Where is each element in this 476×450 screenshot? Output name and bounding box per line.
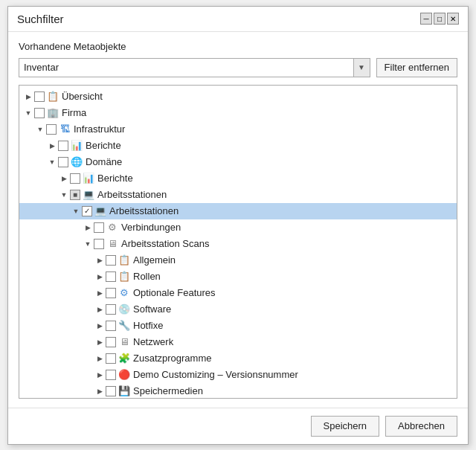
tree-row-hotfixe[interactable]: ▶ 🔧 Hotfixe bbox=[19, 318, 457, 334]
label-netzwerk: Netzwerk bbox=[133, 336, 173, 347]
checkbox-verbindungen[interactable] bbox=[94, 222, 104, 233]
label-speicher: Speichermedien bbox=[133, 385, 203, 396]
expander-icon[interactable]: ▶ bbox=[94, 338, 106, 346]
icon-zusatz: 🧩 bbox=[118, 352, 131, 365]
expander-icon[interactable]: ▼ bbox=[22, 109, 34, 117]
label-scans: Arbeitsstation Scans bbox=[121, 238, 210, 249]
label-uebersicht: Übersicht bbox=[62, 91, 103, 102]
expander-icon[interactable]: ▶ bbox=[58, 175, 70, 182]
maximize-button[interactable]: □ bbox=[434, 13, 446, 25]
tree-row-firma[interactable]: ▼ 🏢 Firma bbox=[19, 105, 457, 121]
icon-berichte-1: 📊 bbox=[70, 139, 83, 152]
tree-row-demo[interactable]: ▶ 🔴 Demo Customizing – Versionsnummer bbox=[19, 367, 457, 383]
icon-scans: 🖥 bbox=[106, 237, 119, 251]
tree-row-zusatz[interactable]: ▶ 🧩 Zusatzprogramme bbox=[19, 350, 457, 367]
label-allgemein: Allgemein bbox=[133, 254, 176, 266]
toolbar-row: Inventar ▼ Filter entfernen bbox=[19, 58, 457, 77]
label-arbeitsstationen-parent: Arbeitsstationen bbox=[97, 189, 167, 200]
filter-entfernen-button[interactable]: Filter entfernen bbox=[376, 58, 457, 77]
expander-icon[interactable]: ▼ bbox=[34, 126, 46, 133]
icon-allgemein: 📋 bbox=[118, 254, 131, 267]
tree-row-scans[interactable]: ▼ 🖥 Arbeitsstation Scans bbox=[19, 236, 457, 252]
expander-icon[interactable]: ▶ bbox=[94, 322, 106, 330]
label-verbindungen: Verbindungen bbox=[121, 222, 181, 233]
tree-row-arbeitsstationen-parent[interactable]: ▼ ■ 💻 Arbeitsstationen bbox=[19, 187, 457, 203]
icon-arbeitsstationen-parent: 💻 bbox=[82, 188, 95, 202]
checkbox-optionale[interactable] bbox=[106, 288, 116, 298]
icon-software: 💿 bbox=[118, 303, 131, 316]
icon-infrastruktur: 🏗 bbox=[58, 123, 71, 136]
icon-uebersicht: 📋 bbox=[46, 90, 60, 103]
checkbox-berichte-2[interactable] bbox=[70, 173, 80, 184]
close-button[interactable]: ✕ bbox=[447, 13, 459, 25]
tree-row-arbeitsstationen-child[interactable]: ▼ ✓ 💻 Arbeitsstationen bbox=[19, 203, 457, 219]
title-bar: Suchfilter ─ □ ✕ bbox=[8, 7, 468, 32]
tree-row-berichte-1[interactable]: ▶ 📊 Berichte bbox=[19, 138, 457, 154]
tree-row-software[interactable]: ▶ 💿 Software bbox=[19, 301, 457, 318]
checkbox-speicher[interactable] bbox=[106, 386, 116, 396]
checkbox-netzwerk[interactable] bbox=[106, 337, 116, 347]
label-arbeitsstationen-child: Arbeitsstationen bbox=[109, 205, 178, 216]
minimize-button[interactable]: ─ bbox=[420, 13, 432, 25]
dialog-title: Suchfilter bbox=[17, 13, 64, 25]
checkbox-firma[interactable] bbox=[34, 108, 45, 118]
expander-icon[interactable]: ▶ bbox=[94, 371, 106, 379]
expander-icon[interactable]: ▼ bbox=[82, 240, 94, 248]
suchfilter-dialog: Suchfilter ─ □ ✕ Vorhandene Metaobjekte … bbox=[7, 6, 469, 445]
checkbox-rollen[interactable] bbox=[106, 271, 116, 282]
tree-row-netzwerk[interactable]: ▶ 🖥 Netzwerk bbox=[19, 334, 457, 350]
checkbox-software[interactable] bbox=[106, 304, 116, 315]
label-software: Software bbox=[133, 303, 171, 315]
expander-icon[interactable]: ▶ bbox=[94, 257, 106, 264]
expander-icon[interactable]: ▼ bbox=[46, 158, 58, 166]
icon-berichte-2: 📊 bbox=[82, 172, 95, 185]
tree-row-infrastruktur[interactable]: ▼ 🏗 Infrastruktur bbox=[19, 121, 457, 138]
dialog-body: Vorhandene Metaobjekte Inventar ▼ Filter… bbox=[8, 32, 468, 408]
metaobjekte-dropdown[interactable]: Inventar ▼ bbox=[19, 58, 370, 77]
tree-row-allgemein[interactable]: ▶ 📋 Allgemein bbox=[19, 252, 457, 269]
checkbox-zusatz[interactable] bbox=[106, 353, 116, 364]
label-domaene: Domäne bbox=[86, 156, 122, 167]
checkbox-domaene[interactable] bbox=[58, 157, 68, 167]
checkbox-infrastruktur[interactable] bbox=[46, 124, 57, 135]
checkbox-demo[interactable] bbox=[106, 370, 116, 380]
checkbox-allgemein[interactable] bbox=[106, 255, 116, 266]
checkbox-berichte-1[interactable] bbox=[58, 141, 68, 151]
expander-icon[interactable]: ▶ bbox=[94, 388, 106, 395]
checkbox-hotfixe[interactable] bbox=[106, 321, 116, 331]
expander-icon[interactable]: ▼ bbox=[58, 191, 70, 199]
icon-firma: 🏢 bbox=[46, 106, 60, 120]
tree-row-rollen[interactable]: ▶ 📋 Rollen bbox=[19, 269, 457, 285]
expander-icon[interactable]: ▶ bbox=[22, 93, 34, 100]
tree-row-uebersicht[interactable]: ▶ 📋 Übersicht bbox=[19, 89, 457, 105]
icon-hotfixe: 🔧 bbox=[118, 319, 131, 332]
tree-row-verbindungen[interactable]: ▶ ⚙ Verbindungen bbox=[19, 219, 457, 236]
expander-icon[interactable]: ▶ bbox=[94, 306, 106, 313]
icon-verbindungen: ⚙ bbox=[106, 221, 119, 234]
tree-row-domaene[interactable]: ▼ 🌐 Domäne bbox=[19, 154, 457, 170]
label-berichte-2: Berichte bbox=[97, 173, 133, 184]
checkbox-uebersicht[interactable] bbox=[34, 91, 45, 102]
section-label: Vorhandene Metaobjekte bbox=[19, 41, 457, 52]
icon-netzwerk: 🖥 bbox=[118, 335, 131, 349]
checkbox-arbeitsstationen-child[interactable]: ✓ bbox=[82, 206, 92, 216]
abbrechen-button[interactable]: Abbrechen bbox=[385, 416, 457, 437]
dropdown-arrow-icon[interactable]: ▼ bbox=[353, 59, 370, 77]
tree-row-berichte-2[interactable]: ▶ 📊 Berichte bbox=[19, 170, 457, 187]
tree-row-speicher[interactable]: ▶ 💾 Speichermedien bbox=[19, 383, 457, 399]
expander-icon[interactable]: ▶ bbox=[94, 289, 106, 297]
checkbox-arbeitsstationen-parent[interactable]: ■ bbox=[70, 190, 80, 200]
expander-icon[interactable]: ▶ bbox=[94, 355, 106, 362]
checkbox-scans[interactable] bbox=[94, 239, 104, 249]
expander-icon[interactable]: ▶ bbox=[94, 273, 106, 280]
expander-icon[interactable]: ▼ bbox=[70, 208, 82, 215]
tree-container[interactable]: ▶ 📋 Übersicht ▼ 🏢 Firma ▼ 🏗 bbox=[19, 85, 457, 399]
tree-inner: ▶ 📋 Übersicht ▼ 🏢 Firma ▼ 🏗 bbox=[19, 86, 457, 399]
expander-icon[interactable]: ▶ bbox=[82, 224, 94, 231]
label-zusatz: Zusatzprogramme bbox=[133, 353, 211, 364]
expander-icon[interactable]: ▶ bbox=[46, 142, 58, 150]
speichern-button[interactable]: Speichern bbox=[311, 416, 380, 437]
label-rollen: Rollen bbox=[133, 271, 161, 282]
tree-row-optionale[interactable]: ▶ ⚙ Optionale Features bbox=[19, 285, 457, 301]
title-bar-controls: ─ □ ✕ bbox=[420, 13, 459, 25]
